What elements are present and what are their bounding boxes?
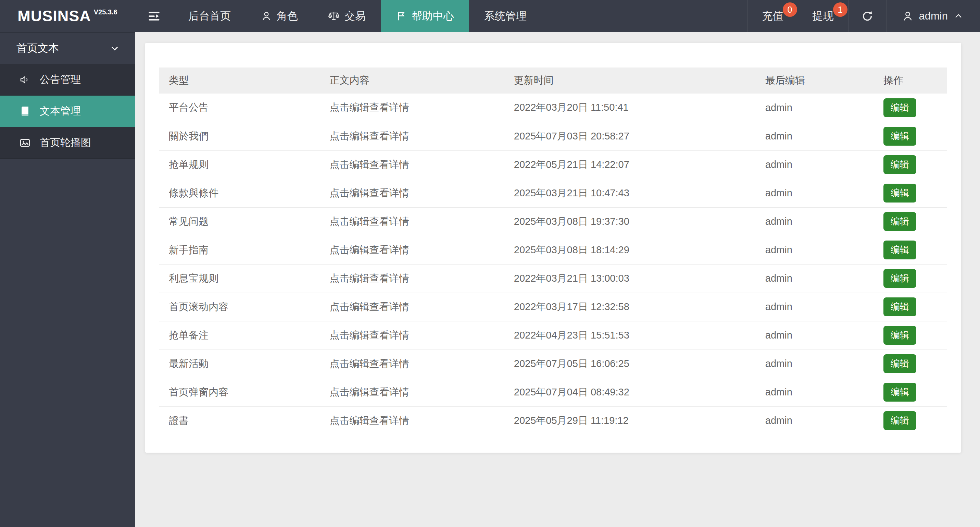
table-row: 關於我們点击编辑查看详情2025年07月03日 20:58:27admin编辑	[159, 122, 947, 150]
edit-button[interactable]: 编辑	[883, 269, 916, 288]
cell-content: 点击编辑查看详情	[320, 292, 504, 321]
cell-content: 点击编辑查看详情	[320, 236, 504, 264]
cell-editor: admin	[756, 378, 874, 406]
cell-type: 抢单备注	[159, 321, 320, 350]
help-center-table: 类型正文内容更新时间最后编辑操作 平台公告点击编辑查看详情2022年03月20日…	[159, 67, 947, 435]
cell-actions: 编辑	[874, 150, 947, 179]
edit-button[interactable]: 编辑	[883, 98, 916, 117]
sidebar-item-label: 文本管理	[40, 104, 81, 118]
cell-content: 点击编辑查看详情	[320, 122, 504, 150]
column-header: 类型	[159, 67, 320, 94]
table-header-row: 类型正文内容更新时间最后编辑操作	[159, 67, 947, 94]
cell-content: 点击编辑查看详情	[320, 207, 504, 236]
cell-updated: 2025年07月03日 20:58:27	[504, 122, 756, 150]
cell-actions: 编辑	[874, 179, 947, 207]
nav-item-label: 帮助中心	[412, 9, 454, 23]
edit-button[interactable]: 编辑	[883, 212, 916, 231]
cell-actions: 编辑	[874, 292, 947, 321]
cell-editor: admin	[756, 122, 874, 150]
cell-updated: 2022年03月21日 13:00:03	[504, 264, 756, 292]
cell-updated: 2022年04月23日 15:51:53	[504, 321, 756, 350]
withdraw-label: 提现	[813, 9, 834, 23]
cell-actions: 编辑	[874, 94, 947, 122]
sidebar-item-announcement-management[interactable]: 公告管理	[0, 64, 135, 96]
sidebar-item-home-carousel[interactable]: 首页轮播图	[0, 127, 135, 159]
cell-updated: 2025年03月08日 19:37:30	[504, 207, 756, 236]
cell-editor: admin	[756, 406, 874, 435]
cell-content: 点击编辑查看详情	[320, 378, 504, 406]
nav-item-roles[interactable]: 角色	[246, 0, 313, 32]
cell-content: 点击编辑查看详情	[320, 94, 504, 122]
sidebar-collapse-button[interactable]	[135, 0, 173, 32]
edit-button[interactable]: 编辑	[883, 411, 916, 430]
nav-item-label: 系统管理	[484, 9, 527, 23]
edit-button[interactable]: 编辑	[883, 326, 916, 345]
cell-editor: admin	[756, 150, 874, 179]
cell-updated: 2022年03月20日 11:50:41	[504, 94, 756, 122]
image-icon	[19, 137, 31, 149]
cell-content: 点击编辑查看详情	[320, 264, 504, 292]
cell-type: 條款與條件	[159, 179, 320, 207]
column-header: 操作	[874, 67, 947, 94]
cell-editor: admin	[756, 236, 874, 264]
main-nav: 后台首页角色交易帮助中心系统管理	[173, 0, 542, 32]
recharge-button[interactable]: 充值0	[748, 0, 798, 32]
cell-actions: 编辑	[874, 321, 947, 350]
table-row: 最新活動点击编辑查看详情2025年07月05日 16:06:25admin编辑	[159, 350, 947, 378]
user-icon	[261, 11, 272, 22]
scales-icon	[328, 10, 340, 22]
cell-editor: admin	[756, 292, 874, 321]
cell-type: 關於我們	[159, 122, 320, 150]
cell-type: 平台公告	[159, 94, 320, 122]
table-row: 條款與條件点击编辑查看详情2025年03月21日 10:47:43admin编辑	[159, 179, 947, 207]
nav-item-label: 交易	[344, 9, 366, 23]
menu-fold-icon	[146, 8, 162, 24]
user-name: admin	[919, 10, 948, 22]
table-row: 常见问题点击编辑查看详情2025年03月08日 19:37:30admin编辑	[159, 207, 947, 236]
main-content: 类型正文内容更新时间最后编辑操作 平台公告点击编辑查看详情2022年03月20日…	[135, 32, 980, 527]
cell-actions: 编辑	[874, 264, 947, 292]
sidebar-item-label: 首页轮播图	[40, 136, 91, 150]
edit-button[interactable]: 编辑	[883, 241, 916, 259]
sidebar-item-label: 公告管理	[40, 73, 81, 87]
sidebar-item-text-management[interactable]: 文本管理	[0, 96, 135, 127]
user-menu[interactable]: admin	[886, 0, 980, 32]
book-icon	[19, 105, 31, 117]
edit-button[interactable]: 编辑	[883, 383, 916, 402]
nav-item-help-center[interactable]: 帮助中心	[381, 0, 469, 32]
refresh-button[interactable]	[848, 0, 886, 32]
column-header: 更新时间	[504, 67, 756, 94]
edit-button[interactable]: 编辑	[883, 297, 916, 316]
nav-item-label: 角色	[277, 9, 298, 23]
edit-button[interactable]: 编辑	[883, 127, 916, 145]
brand-name: MUSINSA	[18, 7, 91, 25]
recharge-badge: 0	[783, 2, 797, 17]
edit-button[interactable]: 编辑	[883, 354, 916, 373]
topbar: MUSINSA V25.3.6 后台首页角色交易帮助中心系统管理 充值0提现1	[0, 0, 980, 32]
cell-updated: 2025年03月08日 18:14:29	[504, 236, 756, 264]
edit-button[interactable]: 编辑	[883, 155, 916, 174]
cell-type: 抢单规则	[159, 150, 320, 179]
user-icon	[902, 10, 913, 22]
nav-item-system[interactable]: 系统管理	[469, 0, 542, 32]
cell-editor: admin	[756, 207, 874, 236]
withdraw-button[interactable]: 提现1	[798, 0, 848, 32]
cell-type: 新手指南	[159, 236, 320, 264]
cell-type: 首页弹窗内容	[159, 378, 320, 406]
column-header: 正文内容	[320, 67, 504, 94]
nav-item-dashboard[interactable]: 后台首页	[173, 0, 246, 32]
cell-type: 證書	[159, 406, 320, 435]
edit-button[interactable]: 编辑	[883, 184, 916, 203]
table-row: 首页滚动内容点击编辑查看详情2022年03月17日 12:32:58admin编…	[159, 292, 947, 321]
cell-type: 常见问题	[159, 207, 320, 236]
cell-actions: 编辑	[874, 207, 947, 236]
cell-actions: 编辑	[874, 378, 947, 406]
cell-editor: admin	[756, 321, 874, 350]
table-row: 證書点击编辑查看详情2025年05月29日 11:19:12admin编辑	[159, 406, 947, 435]
nav-item-trade[interactable]: 交易	[313, 0, 381, 32]
cell-updated: 2025年05月29日 11:19:12	[504, 406, 756, 435]
withdraw-badge: 1	[833, 2, 848, 17]
table-row: 抢单规则点击编辑查看详情2022年05月21日 14:22:07admin编辑	[159, 150, 947, 179]
cell-content: 点击编辑查看详情	[320, 350, 504, 378]
sidebar-section-home-text[interactable]: 首页文本	[0, 32, 135, 64]
